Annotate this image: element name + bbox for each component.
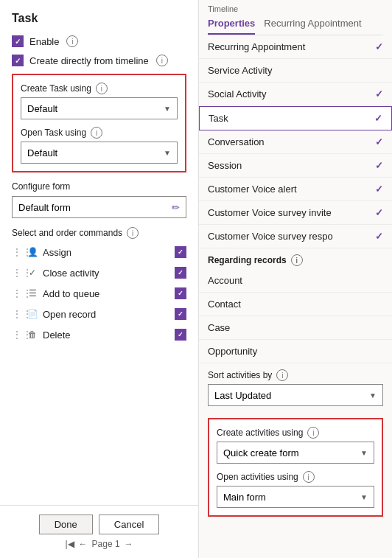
next-page-arrow[interactable]: → xyxy=(125,539,133,549)
open-task-label: Open Task using i xyxy=(21,127,178,139)
open-record-label: Open record xyxy=(43,309,170,320)
trash-icon: 🗑 xyxy=(27,329,38,341)
check-conversation: ✓ xyxy=(375,136,383,147)
page-label: Page 1 xyxy=(92,539,120,549)
create-open-activities-box: Create activities using i Quick create f… xyxy=(208,418,383,517)
open-record-checkbox[interactable] xyxy=(175,308,186,320)
activity-task[interactable]: Task ✓ xyxy=(199,106,392,130)
tab-recurring[interactable]: Recurring Appointment xyxy=(264,15,361,35)
open-task-select[interactable]: Default ▼ xyxy=(21,142,178,164)
enable-info-icon[interactable]: i xyxy=(66,35,78,47)
activity-conversation[interactable]: Conversation ✓ xyxy=(199,130,392,154)
enable-checkbox-row: Enable i xyxy=(12,35,186,47)
command-add-to-queue: ⋮⋮ ☰ Add to queue xyxy=(12,285,186,302)
activity-customer-voice-alert[interactable]: Customer Voice alert ✓ xyxy=(199,178,392,201)
activity-customer-voice-invite[interactable]: Customer Voice survey invite ✓ xyxy=(199,201,392,225)
close-activity-label: Close activity xyxy=(43,268,170,279)
enable-checkbox[interactable] xyxy=(12,35,24,47)
create-activities-select[interactable]: Quick create form ▼ xyxy=(217,442,374,464)
sort-info-icon[interactable]: i xyxy=(276,369,288,381)
drag-handle-close[interactable]: ⋮⋮ xyxy=(12,267,22,279)
first-page-arrow[interactable]: |◀ xyxy=(65,539,74,549)
open-activities-label: Open activities using i xyxy=(217,471,374,483)
drag-handle-record[interactable]: ⋮⋮ xyxy=(12,308,22,320)
configure-form-row: Default form ✏ xyxy=(12,196,186,218)
create-task-label: Create Task using i xyxy=(21,83,178,94)
regarding-info-icon[interactable]: i xyxy=(291,254,303,266)
create-activities-value: Quick create form xyxy=(223,447,299,458)
regarding-opportunity[interactable]: Opportunity xyxy=(199,340,392,363)
left-panel-footer: Done Cancel |◀ ← Page 1 → xyxy=(0,505,198,558)
activity-social-activity[interactable]: Social Activity ✓ xyxy=(199,83,392,106)
delete-checkbox[interactable] xyxy=(175,329,186,341)
right-scroll-area: Recurring Appointment ✓ Service Activity… xyxy=(199,35,392,558)
cancel-button[interactable]: Cancel xyxy=(99,515,159,534)
create-task-select[interactable]: Default ▼ xyxy=(21,97,178,119)
regarding-case[interactable]: Case xyxy=(199,316,392,340)
edit-pencil-icon[interactable]: ✏ xyxy=(172,202,180,213)
command-close-activity: ⋮⋮ ✓ Close activity xyxy=(12,264,186,282)
tab-properties[interactable]: Properties xyxy=(208,15,255,35)
drag-handle-delete[interactable]: ⋮⋮ xyxy=(12,329,22,341)
check-cv-invite: ✓ xyxy=(375,207,383,218)
drag-handle-queue[interactable]: ⋮⋮ xyxy=(12,287,22,299)
command-delete: ⋮⋮ 🗑 Delete xyxy=(12,326,186,343)
open-activities-value: Main form xyxy=(223,492,266,503)
configure-form-value: Default form xyxy=(18,202,71,213)
command-assign: ⋮⋮ 👤 Assign xyxy=(12,243,186,261)
right-header: Timeline Properties Recurring Appointmen… xyxy=(199,0,392,35)
commands-section-label: Select and order commands i xyxy=(12,227,186,239)
create-task-value: Default xyxy=(27,103,57,114)
done-button[interactable]: Done xyxy=(39,515,93,534)
open-task-chevron: ▼ xyxy=(164,149,171,157)
create-directly-info-icon[interactable]: i xyxy=(156,55,168,66)
activity-recurring-appointment[interactable]: Recurring Appointment ✓ xyxy=(199,35,392,59)
left-panel: Task Enable i Create directly from timel… xyxy=(0,0,199,558)
right-panel: Timeline Properties Recurring Appointmen… xyxy=(199,0,392,558)
regarding-records-header: Regarding records i xyxy=(199,248,392,269)
activity-customer-voice-respo[interactable]: Customer Voice survey respo ✓ xyxy=(199,225,392,248)
check-icon: ✓ xyxy=(27,267,38,279)
pagination: |◀ ← Page 1 → xyxy=(12,539,186,549)
activity-session[interactable]: Session ✓ xyxy=(199,154,392,178)
open-activities-info-icon[interactable]: i xyxy=(303,471,315,483)
sort-label: Sort activities by i xyxy=(208,369,383,381)
open-task-value: Default xyxy=(27,147,57,158)
sort-select[interactable]: Last Updated ▼ xyxy=(208,384,383,406)
create-activities-label: Create activities using i xyxy=(217,427,374,439)
create-task-info-icon[interactable]: i xyxy=(96,83,108,94)
create-activities-info-icon[interactable]: i xyxy=(307,427,319,439)
enable-label: Enable xyxy=(29,36,59,47)
open-activities-select[interactable]: Main form ▼ xyxy=(217,486,374,508)
create-directly-checkbox-row: Create directly from timeline i xyxy=(12,55,186,66)
prev-page-arrow[interactable]: ← xyxy=(79,539,88,549)
commands-list: ⋮⋮ 👤 Assign ⋮⋮ ✓ Close activity ⋮⋮ ☰ Add… xyxy=(12,243,186,343)
activity-service-activity[interactable]: Service Activity xyxy=(199,59,392,83)
task-config-box: Create Task using i Default ▼ Open Task … xyxy=(12,74,186,172)
sort-value: Last Updated xyxy=(214,390,271,401)
commands-info-icon[interactable]: i xyxy=(127,227,139,239)
close-activity-checkbox[interactable] xyxy=(175,267,186,279)
create-task-chevron: ▼ xyxy=(164,105,171,113)
check-recurring: ✓ xyxy=(375,41,383,52)
regarding-account[interactable]: Account xyxy=(199,269,392,293)
configure-form-label: Configure form xyxy=(12,181,186,192)
footer-buttons: Done Cancel xyxy=(12,515,186,534)
timeline-breadcrumb: Timeline xyxy=(208,4,383,13)
regarding-records-list: Account Contact Case Opportunity xyxy=(199,269,392,363)
create-directly-label: Create directly from timeline xyxy=(29,55,149,66)
check-social: ✓ xyxy=(375,88,383,100)
regarding-contact[interactable]: Contact xyxy=(199,293,392,316)
add-to-queue-checkbox[interactable] xyxy=(175,287,186,299)
command-open-record: ⋮⋮ 📄 Open record xyxy=(12,305,186,323)
check-cv-respo: ✓ xyxy=(375,231,383,242)
open-activities-chevron: ▼ xyxy=(360,493,368,501)
activity-list: Recurring Appointment ✓ Service Activity… xyxy=(199,35,392,248)
open-task-info-icon[interactable]: i xyxy=(91,127,102,139)
drag-handle-assign[interactable]: ⋮⋮ xyxy=(12,246,22,258)
right-tabs: Properties Recurring Appointment xyxy=(208,15,383,35)
create-directly-checkbox[interactable] xyxy=(12,55,24,66)
sort-chevron: ▼ xyxy=(369,391,377,400)
record-icon: 📄 xyxy=(27,308,38,320)
assign-checkbox[interactable] xyxy=(175,246,186,258)
